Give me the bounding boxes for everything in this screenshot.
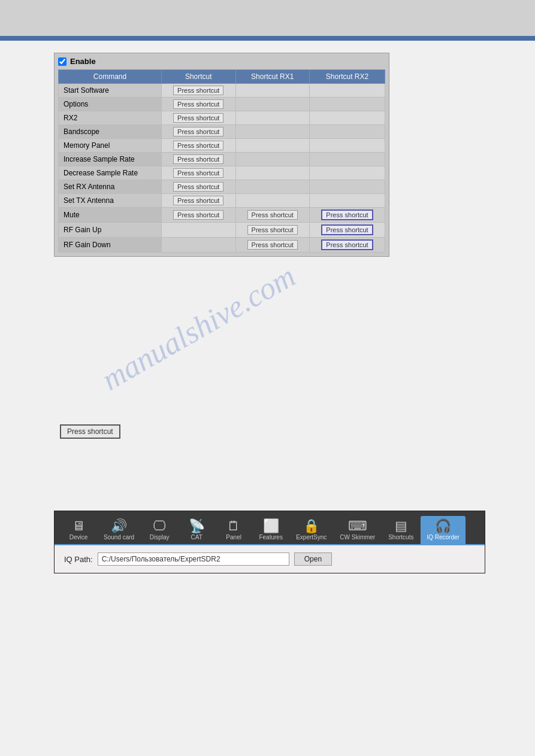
tab-icon-panel: 🗒 [227,520,240,533]
enable-row: Enable [58,57,385,66]
enable-checkbox[interactable] [58,57,67,66]
shortcut-btn[interactable]: Press shortcut [173,182,223,192]
rx2-cell [310,139,385,153]
command-cell: RX2 [59,111,162,125]
rx1-cell [235,180,310,194]
rx2-cell: Press shortcut [310,208,385,223]
rx1-cell [235,84,310,98]
tab-label-iqrecorder: IQ Recorder [427,534,459,541]
shortcut-cell: Press shortcut [161,208,235,223]
shortcut-cell: Press shortcut [161,98,235,111]
table-row: RF Gain DownPress shortcutPress shortcut [59,238,385,253]
enable-label: Enable [70,57,96,66]
rx1-btn[interactable]: Press shortcut [247,225,298,235]
shortcut-btn[interactable]: Press shortcut [173,196,223,205]
rx2-cell [310,84,385,98]
tab-icon-expertsync: 🔒 [303,520,319,533]
tab-label-shortcuts: Shortcuts [388,534,413,541]
tab-cat[interactable]: 📡CAT [179,516,214,544]
table-row: Set RX AntennaPress shortcut [59,180,385,194]
rx2-btn[interactable]: Press shortcut [321,210,373,220]
tab-label-cat: CAT [191,534,202,541]
rx2-cell: Press shortcut [310,238,385,253]
tab-expertsync[interactable]: 🔒ExpertSync [290,516,333,544]
blue-stripe [0,36,535,41]
shortcut-btn[interactable]: Press shortcut [173,168,223,178]
rx1-cell: Press shortcut [235,208,310,223]
col-header-rx1: Shortcut RX1 [235,70,310,84]
rx2-cell [310,153,385,166]
rx1-cell [235,153,310,166]
shortcut-btn[interactable]: Press shortcut [173,127,223,136]
rx1-btn[interactable]: Press shortcut [247,240,298,250]
tab-shortcuts[interactable]: ▤Shortcuts [382,516,419,544]
shortcut-cell: Press shortcut [161,139,235,153]
tab-icon-soundcard: 🔊 [111,520,127,533]
rx1-cell [235,98,310,111]
table-row: MutePress shortcutPress shortcutPress sh… [59,208,385,223]
table-row: Decrease Sample RatePress shortcut [59,166,385,180]
col-header-rx2: Shortcut RX2 [310,70,385,84]
rx2-cell [310,194,385,208]
bottom-panel: 🖥Device🔊Sound card🖵Display📡CAT🗒Panel⬜Fea… [54,511,485,573]
shortcuts-panel: Enable Command Shortcut Shortcut RX1 Sho… [54,53,389,257]
rx1-cell: Press shortcut [235,223,310,238]
iq-path-label: IQ Path: [64,555,93,564]
tab-iqrecorder[interactable]: 🎧IQ Recorder [421,516,465,544]
rx2-cell [310,98,385,111]
tab-cwskimmer[interactable]: ⌨CW Skimmer [334,516,381,544]
tab-label-cwskimmer: CW Skimmer [340,534,375,541]
shortcut-cell [161,238,235,253]
table-row: BandscopePress shortcut [59,125,385,139]
rx1-cell [235,194,310,208]
tab-label-soundcard: Sound card [104,534,134,541]
shortcut-btn[interactable]: Press shortcut [173,99,223,109]
shortcut-cell: Press shortcut [161,84,235,98]
col-header-command: Command [59,70,162,84]
table-row: Memory PanelPress shortcut [59,139,385,153]
tab-features[interactable]: ⬜Features [253,516,289,544]
shortcut-btn[interactable]: Press shortcut [173,113,223,123]
table-row: OptionsPress shortcut [59,98,385,111]
shortcut-btn[interactable]: Press shortcut [173,86,223,95]
shortcut-btn[interactable]: Press shortcut [173,210,223,220]
command-cell: Decrease Sample Rate [59,166,162,180]
rx1-cell [235,125,310,139]
shortcut-cell: Press shortcut [161,194,235,208]
tab-bar: 🖥Device🔊Sound card🖵Display📡CAT🗒Panel⬜Fea… [55,511,485,544]
iq-path-input[interactable] [98,552,289,566]
shortcut-cell: Press shortcut [161,180,235,194]
col-header-shortcut: Shortcut [161,70,235,84]
rx1-cell [235,111,310,125]
rx2-btn[interactable]: Press shortcut [321,239,373,250]
command-cell: Memory Panel [59,139,162,153]
shortcut-cell: Press shortcut [161,125,235,139]
top-bar [0,0,535,36]
tab-label-features: Features [259,534,282,541]
tab-icon-features: ⬜ [263,520,279,533]
rx1-cell [235,166,310,180]
command-cell: Set RX Antenna [59,180,162,194]
tab-icon-display: 🖵 [153,520,166,533]
open-button[interactable]: Open [294,552,332,566]
shortcut-btn[interactable]: Press shortcut [173,141,223,150]
tab-soundcard[interactable]: 🔊Sound card [98,516,140,544]
tab-icon-shortcuts: ▤ [395,520,407,533]
rx1-btn[interactable]: Press shortcut [247,210,298,220]
watermark: manualshive.com [96,258,301,397]
shortcut-btn[interactable]: Press shortcut [173,154,223,164]
rx2-cell [310,111,385,125]
tab-panel[interactable]: 🗒Panel [216,516,252,544]
tab-icon-device: 🖥 [72,520,85,533]
tab-device[interactable]: 🖥Device [61,516,96,544]
rx2-btn[interactable]: Press shortcut [321,224,373,235]
command-cell: Start Software [59,84,162,98]
rx2-cell [310,166,385,180]
command-cell: Mute [59,208,162,223]
shortcut-cell [161,223,235,238]
tab-icon-cwskimmer: ⌨ [348,520,367,533]
command-cell: Increase Sample Rate [59,153,162,166]
standalone-shortcut-btn[interactable]: Press shortcut [60,424,120,439]
tab-display[interactable]: 🖵Display [141,516,177,544]
shortcuts-table: Command Shortcut Shortcut RX1 Shortcut R… [58,69,385,253]
